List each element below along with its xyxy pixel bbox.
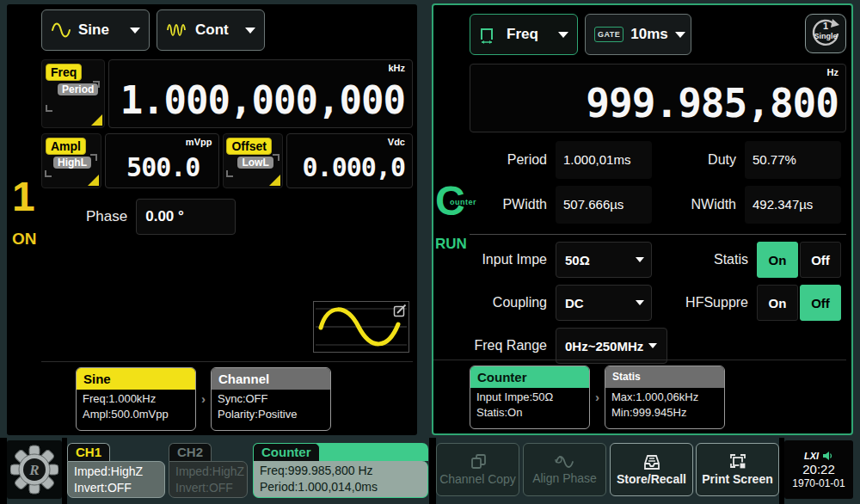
clock-time: 20:22: [802, 462, 835, 476]
chevron-down-icon: [130, 28, 140, 34]
left-info-strip: Sine Freq:1.000kHz Ampl:500.0mVpp › Chan…: [41, 361, 413, 435]
counter-info-title: Counter: [470, 366, 589, 388]
counter-letter: ounterC: [435, 181, 468, 222]
channel-info-box[interactable]: Channel Sync:OFF Polarity:Positive: [211, 367, 331, 431]
ch1-line: Imped:HighZ: [74, 464, 158, 480]
corner-bracket: [46, 105, 52, 112]
run-mode-select[interactable]: Cont: [157, 9, 265, 51]
hfsuppre-on-button[interactable]: On: [757, 285, 798, 321]
info-separator: ›: [201, 391, 206, 406]
svg-text:Single: Single: [814, 32, 837, 40]
corner-bracket: [273, 154, 280, 161]
corner-bracket: [90, 154, 97, 161]
ampl-key-label: Ampl: [46, 138, 86, 155]
offset-unit: Vdc: [388, 137, 405, 147]
print-screen-button[interactable]: Print Screen: [696, 443, 779, 496]
rigol-logo: R: [7, 440, 62, 499]
screenshot-icon: [728, 453, 747, 470]
period-key-label: Period: [58, 83, 98, 95]
statis-off-button[interactable]: Off: [800, 242, 841, 278]
section-divider: [470, 234, 846, 235]
align-phase-label: Align Phase: [532, 471, 597, 485]
freq-range-select[interactable]: 0Hz~250MHz: [556, 328, 667, 364]
chevron-down-icon: [245, 28, 255, 34]
offset-key-label: Offset: [226, 138, 271, 155]
sine-info-title: Sine: [77, 368, 195, 390]
coupling-select[interactable]: DC: [556, 285, 652, 321]
measure-mode-label: Freq: [507, 26, 538, 43]
hfsuppre-toggle: On Off: [757, 285, 841, 321]
input-impe-value: 50Ω: [565, 253, 590, 267]
clock-date: 1970-01-01: [792, 477, 845, 489]
info-line: Polarity:Positive: [212, 408, 330, 421]
channel-copy-button[interactable]: Channel Copy: [436, 443, 519, 496]
freq-period-key[interactable]: Freq Period: [41, 59, 105, 128]
counter-status-box[interactable]: Freq:999.985,800 Hz Period:1.000,014,0ms…: [253, 443, 428, 498]
sine-wave-icon: [51, 22, 71, 38]
amplitude-unit: mVpp: [186, 137, 212, 147]
ch1-status-box[interactable]: Imped:HighZ Invert:OFF CH1: [67, 443, 165, 498]
align-phase-button[interactable]: Align Phase: [523, 443, 606, 496]
ch1-tab[interactable]: CH1: [67, 443, 110, 461]
ch2-tab[interactable]: CH2: [169, 443, 212, 461]
info-line: Min:999.945Hz: [605, 406, 724, 419]
counter-tab[interactable]: Counter: [253, 443, 320, 461]
run-state: RUN: [435, 236, 468, 253]
frequency-unit: kHz: [388, 63, 405, 73]
info-line: Statis:On: [470, 406, 589, 419]
waveform-label: Sine: [78, 22, 109, 39]
svg-text:R: R: [28, 462, 39, 478]
system-clock-panel: LXI 20:22 1970-01-01: [784, 440, 853, 499]
nwidth-label: NWidth: [652, 197, 745, 212]
ampl-highl-key[interactable]: Ampl HighL: [41, 133, 101, 188]
store-recall-label: Store/Recall: [617, 472, 686, 486]
gate-value: 10ms: [630, 26, 667, 43]
ch2-line: Invert:OFF: [175, 480, 241, 496]
chevron-down-icon: [636, 300, 644, 305]
store-recall-button[interactable]: Store/Recall: [610, 443, 693, 496]
speaker-icon: [822, 451, 833, 461]
unit-triangle-icon: [269, 175, 280, 186]
offset-lowl-key[interactable]: Offset LowL: [223, 133, 283, 188]
input-impe-select[interactable]: 50Ω: [556, 242, 652, 278]
frequency-display[interactable]: kHz 1.000,000,000: [108, 59, 413, 128]
chevron-down-icon: [648, 343, 657, 348]
offset-display[interactable]: Vdc 0.000,0: [286, 133, 413, 188]
counter-display-value: 999.985,800: [586, 80, 838, 126]
sine-info-box[interactable]: Sine Freq:1.000kHz Ampl:500.0mVpp: [76, 367, 196, 431]
copy-icon: [469, 453, 488, 470]
freq-range-value: 0Hz~250MHz: [565, 339, 643, 353]
ch1-line: Invert:OFF: [74, 480, 158, 496]
period-label: Period: [470, 152, 556, 168]
phase-label: Phase: [86, 208, 127, 225]
duty-label: Duty: [652, 152, 745, 168]
storage-tray-icon: [642, 453, 662, 470]
ch2-line: Imped:HighZ: [175, 464, 241, 480]
edit-icon[interactable]: [393, 304, 407, 317]
gate-time-select[interactable]: GATE 10ms: [585, 14, 691, 55]
statis-info-box[interactable]: Statis Max:1.000,06kHz Min:999.945Hz: [605, 366, 725, 429]
amplitude-display[interactable]: mVpp 500.0: [105, 133, 219, 188]
print-screen-label: Print Screen: [702, 472, 772, 486]
highl-key-label: HighL: [53, 157, 91, 169]
hfsuppre-off-button[interactable]: Off: [800, 285, 841, 321]
unit-triangle-icon: [91, 114, 102, 126]
counter-info-box[interactable]: Counter Input Impe:50Ω Statis:On: [470, 366, 590, 429]
waveform-preview[interactable]: [313, 301, 409, 353]
statis-toggle: On Off: [757, 242, 841, 278]
lowl-key-label: LowL: [237, 157, 273, 169]
counter-line: Period:1.000,014,0ms: [260, 479, 421, 495]
ch2-status-box[interactable]: Imped:HighZ Invert:OFF CH2: [169, 443, 248, 498]
info-line: Max:1.000,06kHz: [605, 390, 724, 403]
statis-on-button[interactable]: On: [757, 242, 798, 278]
statis-label: Statis: [652, 252, 757, 267]
single-trigger-button[interactable]: 1 Single: [805, 14, 846, 53]
measure-mode-select[interactable]: Freq: [470, 14, 578, 55]
phase-input[interactable]: 0.00 °: [136, 199, 236, 235]
coupling-value: DC: [565, 296, 584, 310]
pulse-icon: [479, 24, 500, 45]
amplitude-value: 500.0: [126, 152, 200, 182]
svg-text:1: 1: [823, 21, 828, 31]
chevron-down-icon: [675, 32, 685, 38]
waveform-select[interactable]: Sine: [41, 9, 150, 51]
